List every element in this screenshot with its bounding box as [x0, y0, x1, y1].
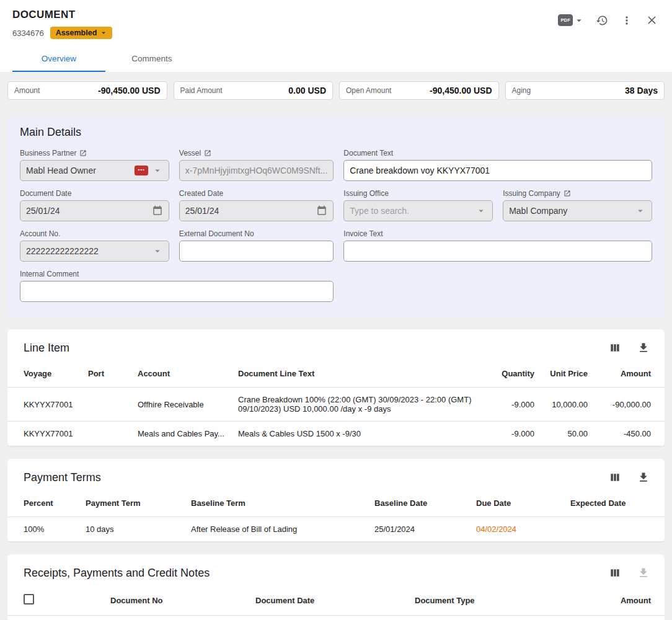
field-created-date: Created Date 25/01/24 — [179, 189, 334, 221]
issuing-office-label: Issuing Office — [343, 189, 388, 198]
field-document-date: Document Date 25/01/24 — [20, 189, 169, 221]
download-button[interactable] — [636, 470, 651, 485]
cell-unit-price: 50.00 — [539, 422, 593, 446]
cell-payment-term: 10 days — [81, 517, 186, 542]
cell-voyage: KKYYX77001 — [7, 422, 83, 446]
created-date-label: Created Date — [179, 189, 223, 198]
document-date-value: 25/01/24 — [26, 206, 148, 216]
col-due-date: Due Date — [471, 490, 565, 517]
close-button[interactable] — [644, 12, 660, 28]
cell-expected-date — [565, 517, 665, 542]
cell-document-line-text: Crane Breakdown 100% (22:00 (GMT) 30/09/… — [233, 388, 484, 422]
cell-baseline-date: 25/01/2024 — [369, 517, 471, 542]
document-date-picker[interactable]: 25/01/24 — [20, 200, 169, 221]
download-button — [636, 565, 651, 580]
col-document-type: Document Type — [410, 585, 586, 616]
summary-card-open-amount: Open Amount -90,450.00 USD — [339, 81, 499, 100]
cell-account: Offhire Receivable — [133, 388, 233, 422]
section-title: Payment Terms — [24, 471, 101, 484]
field-issuing-company: Issuing Company Mabl Company — [503, 189, 652, 221]
issuing-office-select[interactable]: Type to search. — [343, 200, 493, 221]
col-baseline-date: Baseline Date — [369, 490, 471, 517]
created-date-value: 25/01/24 — [185, 206, 313, 216]
col-baseline-term: Baseline Term — [186, 490, 369, 517]
kebab-menu-icon — [621, 14, 633, 27]
external-link-icon[interactable] — [204, 149, 211, 157]
tab-comments[interactable]: Comments — [105, 48, 198, 72]
invoice-text-input[interactable] — [343, 241, 652, 262]
summary-value: 38 Days — [625, 86, 658, 95]
summary-card-paid-amount: Paid Amount 0.00 USD — [174, 81, 334, 100]
col-voyage: Voyage — [7, 360, 83, 388]
internal-comment-label: Internal Comment — [20, 270, 79, 278]
cell-unit-price: 10,000.00 — [539, 388, 593, 422]
summary-label: Paid Amount — [180, 86, 223, 95]
col-document-date: Document Date — [250, 585, 410, 616]
external-link-icon[interactable] — [564, 190, 571, 197]
column-settings-button[interactable] — [608, 340, 622, 355]
pdf-export-button[interactable]: PDF — [558, 14, 585, 27]
section-title: Receipts, Payments and Credit Notes — [24, 567, 210, 580]
column-settings-button[interactable] — [608, 470, 622, 485]
receipts-table: Document No Document Date Document Type … — [7, 585, 665, 616]
table-row[interactable]: KKYYX77001 Offhire Receivable Crane Brea… — [7, 388, 665, 422]
download-icon — [637, 567, 650, 579]
status-badge-label: Assembled — [56, 29, 97, 37]
account-no-select[interactable]: 222222222222222 — [20, 241, 169, 262]
receipts-section: Receipts, Payments and Credit Notes Docu… — [7, 554, 665, 620]
external-link-icon[interactable] — [79, 149, 87, 157]
col-amount: Amount — [593, 360, 665, 388]
internal-comment-input[interactable] — [20, 281, 334, 302]
cell-port — [83, 388, 133, 422]
chevron-down-icon — [475, 205, 487, 216]
chevron-down-icon — [573, 15, 585, 26]
history-icon — [596, 14, 608, 27]
columns-icon — [609, 342, 621, 354]
status-badge[interactable]: Assembled — [50, 27, 113, 39]
columns-icon — [609, 471, 621, 484]
download-button[interactable] — [636, 340, 651, 355]
vessel-value: x-7pMnHjyjimtxgHOq6WC0M9SNft... — [185, 166, 328, 175]
col-port: Port — [83, 360, 133, 388]
document-text-input[interactable] — [343, 160, 652, 181]
section-title: Main Details — [20, 126, 652, 139]
cell-percent: 100% — [7, 517, 81, 542]
account-no-label: Account No. — [20, 229, 60, 238]
chevron-down-icon — [152, 165, 163, 176]
table-row[interactable]: KKYYX77001 Meals and Cables Pay... Meals… — [7, 422, 665, 446]
created-date-picker[interactable]: 25/01/24 — [179, 200, 334, 221]
calendar-icon[interactable] — [316, 205, 327, 216]
chevron-down-icon — [635, 205, 646, 216]
payment-terms-table: Percent Payment Term Baseline Term Basel… — [7, 490, 665, 542]
calendar-icon[interactable] — [152, 205, 163, 216]
alert-badge: ••• — [135, 166, 148, 175]
col-percent: Percent — [7, 490, 81, 517]
document-number: 6334676 — [12, 29, 44, 38]
col-payment-term: Payment Term — [81, 490, 186, 517]
table-row[interactable]: 100% 10 days After Release of Bill of La… — [7, 517, 665, 542]
select-all-checkbox[interactable] — [24, 594, 34, 604]
business-partner-select[interactable]: Mabl Head Owner ••• — [20, 160, 169, 181]
document-header: DOCUMENT 6334676 Assembled PDF — [0, 0, 672, 72]
cell-document-line-text: Meals & Cables USD 1500 x -9/30 — [233, 422, 484, 446]
line-item-section: Line Item Voyage Port Account Document L… — [7, 329, 665, 446]
cell-baseline-term: After Release of Bill of Lading — [186, 517, 369, 542]
vessel-label: Vessel — [179, 149, 201, 157]
more-options-button[interactable] — [619, 13, 634, 28]
summary-value: -90,450.00 USD — [98, 86, 160, 95]
col-unit-price: Unit Price — [539, 360, 593, 388]
tab-overview[interactable]: Overview — [12, 48, 105, 72]
field-external-document-no: External Document No — [179, 229, 334, 262]
cell-quantity: -9.000 — [484, 388, 539, 422]
col-expected-date: Expected Date — [565, 490, 665, 517]
issuing-office-placeholder: Type to search. — [350, 206, 472, 216]
summary-card-amount: Amount -90,450.00 USD — [7, 81, 167, 100]
cell-account: Meals and Cables Pay... — [133, 422, 233, 446]
field-internal-comment: Internal Comment — [20, 270, 334, 302]
cell-quantity: -9.000 — [484, 422, 539, 446]
history-button[interactable] — [595, 13, 609, 28]
external-document-no-input[interactable] — [179, 241, 334, 262]
column-settings-button[interactable] — [608, 565, 622, 580]
line-item-table: Voyage Port Account Document Line Text Q… — [7, 360, 665, 446]
issuing-company-select[interactable]: Mabl Company — [503, 200, 652, 221]
